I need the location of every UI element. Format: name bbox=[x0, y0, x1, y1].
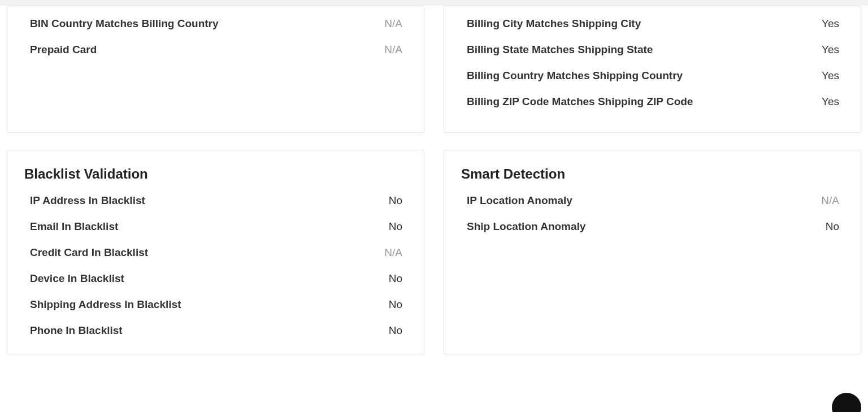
row-phone-in-blacklist: Phone In Blacklist No bbox=[30, 324, 402, 337]
row-value: No bbox=[389, 194, 402, 207]
row-label: Phone In Blacklist bbox=[30, 324, 123, 337]
row-billing-country-matches-shipping-country: Billing Country Matches Shipping Country… bbox=[467, 70, 839, 82]
card-title-blacklist: Blacklist Validation bbox=[24, 166, 407, 182]
row-label: Billing ZIP Code Matches Shipping ZIP Co… bbox=[467, 96, 693, 108]
row-label: Ship Location Anomaly bbox=[467, 220, 585, 233]
row-value: N/A bbox=[384, 44, 402, 56]
row-label: Email In Blacklist bbox=[30, 220, 118, 233]
rows-smart-detection: IP Location Anomaly N/A Ship Location An… bbox=[461, 194, 844, 233]
row-label: Billing State Matches Shipping State bbox=[467, 44, 653, 56]
row-label: BIN Country Matches Billing Country bbox=[30, 18, 219, 30]
row-value: N/A bbox=[384, 246, 402, 259]
card-title-smart-detection: Smart Detection bbox=[461, 166, 844, 182]
row-value: No bbox=[826, 220, 839, 233]
row-credit-card-in-blacklist: Credit Card In Blacklist N/A bbox=[30, 246, 402, 259]
row-billing-zip-matches-shipping-zip: Billing ZIP Code Matches Shipping ZIP Co… bbox=[467, 96, 839, 108]
window-topbar bbox=[0, 0, 868, 6]
row-shipping-address-in-blacklist: Shipping Address In Blacklist No bbox=[30, 298, 402, 311]
row-billing-state-matches-shipping-state: Billing State Matches Shipping State Yes bbox=[467, 44, 839, 56]
cards-grid: BIN Country Matches Billing Country N/A … bbox=[0, 6, 868, 354]
row-label: IP Address In Blacklist bbox=[30, 194, 145, 207]
card-blacklist-validation: Blacklist Validation IP Address In Black… bbox=[7, 150, 424, 354]
row-billing-city-matches-shipping-city: Billing City Matches Shipping City Yes bbox=[467, 18, 839, 30]
row-value: Yes bbox=[822, 70, 839, 82]
row-label: IP Location Anomaly bbox=[467, 194, 572, 207]
row-ip-in-blacklist: IP Address In Blacklist No bbox=[30, 194, 402, 207]
card-billing-shipping-match: Billing City Matches Shipping City Yes B… bbox=[444, 6, 861, 133]
row-value: No bbox=[389, 324, 402, 337]
row-value: No bbox=[389, 272, 402, 285]
floating-action-button[interactable] bbox=[832, 393, 861, 412]
row-email-in-blacklist: Email In Blacklist No bbox=[30, 220, 402, 233]
row-label: Device In Blacklist bbox=[30, 272, 124, 285]
row-device-in-blacklist: Device In Blacklist No bbox=[30, 272, 402, 285]
row-value: N/A bbox=[821, 194, 839, 207]
row-value: Yes bbox=[822, 96, 839, 108]
row-label: Prepaid Card bbox=[30, 44, 97, 56]
row-label: Billing City Matches Shipping City bbox=[467, 18, 641, 30]
row-value: Yes bbox=[822, 18, 839, 30]
row-label: Credit Card In Blacklist bbox=[30, 246, 148, 259]
row-value: No bbox=[389, 298, 402, 311]
row-label: Shipping Address In Blacklist bbox=[30, 298, 181, 311]
row-value: Yes bbox=[822, 44, 839, 56]
row-label: Billing Country Matches Shipping Country bbox=[467, 70, 683, 82]
rows-blacklist: IP Address In Blacklist No Email In Blac… bbox=[24, 194, 407, 337]
row-value: N/A bbox=[384, 18, 402, 30]
row-ship-location-anomaly: Ship Location Anomaly No bbox=[467, 220, 839, 233]
row-prepaid-card: Prepaid Card N/A bbox=[30, 44, 402, 56]
row-value: No bbox=[389, 220, 402, 233]
card-smart-detection: Smart Detection IP Location Anomaly N/A … bbox=[444, 150, 861, 354]
rows-bin-prepaid: BIN Country Matches Billing Country N/A … bbox=[24, 18, 407, 56]
row-ip-location-anomaly: IP Location Anomaly N/A bbox=[467, 194, 839, 207]
rows-billing-shipping-match: Billing City Matches Shipping City Yes B… bbox=[461, 18, 844, 108]
row-bin-country-matches-billing: BIN Country Matches Billing Country N/A bbox=[30, 18, 402, 30]
card-bin-prepaid: BIN Country Matches Billing Country N/A … bbox=[7, 6, 424, 133]
